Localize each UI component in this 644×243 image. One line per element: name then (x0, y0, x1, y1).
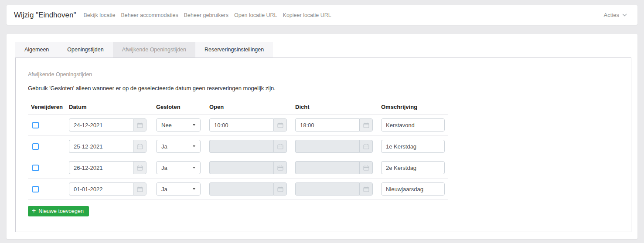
column-header-gesloten: Gesloten (156, 99, 209, 115)
main-panel: Algemeen Openingstijden Afwijkende Openi… (7, 34, 637, 239)
time-picker-button[interactable] (359, 118, 373, 132)
calendar-button[interactable] (133, 140, 147, 153)
caret-down-icon (193, 167, 195, 169)
column-header-verwijderen: Verwijderen (28, 99, 69, 115)
gesloten-value: Ja (161, 143, 167, 150)
actions-dropdown[interactable]: Acties (604, 12, 627, 18)
calendar-icon (277, 144, 283, 149)
omschrijving-input[interactable] (381, 161, 445, 174)
gesloten-value: Nee (161, 122, 172, 128)
tab-content: Afwijkende Openingstijden Gebruik 'Geslo… (15, 57, 631, 232)
calendar-button[interactable] (133, 118, 147, 132)
calendar-button[interactable] (133, 182, 147, 196)
dicht-time-input[interactable] (295, 140, 359, 153)
column-header-open: Open (209, 99, 295, 115)
delete-checkbox[interactable] (32, 143, 39, 150)
open-time-input[interactable] (209, 182, 273, 196)
omschrijving-input[interactable] (381, 182, 445, 196)
calendar-icon (137, 165, 143, 171)
chevron-down-icon (622, 14, 627, 17)
section-description: Gebruik 'Gesloten' alleen wanneer er op … (28, 85, 619, 91)
omschrijving-input[interactable] (381, 118, 445, 132)
calendar-button[interactable] (133, 161, 147, 174)
link-kopieer-locatie-url[interactable]: Kopieer locatie URL (283, 12, 331, 18)
topbar: Wijzig "Eindhoven" Bekijk locatie Beheer… (7, 5, 637, 25)
calendar-icon (277, 165, 283, 171)
calendar-icon (137, 122, 143, 128)
time-picker-button[interactable] (359, 161, 373, 174)
table-header-row: Verwijderen Datum Gesloten Open Dicht Om… (28, 99, 448, 115)
exceptions-table: Verwijderen Datum Gesloten Open Dicht Om… (28, 99, 448, 200)
add-new-button[interactable]: + Nieuwe toevoegen (28, 206, 89, 216)
calendar-icon (363, 122, 369, 128)
dicht-time-input[interactable] (295, 118, 359, 132)
gesloten-select[interactable]: Ja (156, 182, 201, 196)
column-header-dicht: Dicht (295, 99, 381, 115)
table-row: Ja (28, 136, 448, 157)
section-heading: Afwijkende Openingstijden (28, 71, 619, 78)
table-row: Nee (28, 115, 448, 136)
caret-down-icon (193, 124, 195, 126)
date-input[interactable] (69, 161, 133, 174)
page-title: Wijzig "Eindhoven" (14, 11, 76, 20)
calendar-icon (137, 186, 143, 192)
time-picker-button[interactable] (273, 161, 287, 174)
topbar-links: Bekijk locatie Beheer accommodaties Behe… (83, 12, 337, 18)
tab-reserveringsinstellingen[interactable]: Reserveringsinstellingen (195, 42, 273, 57)
calendar-icon (137, 144, 143, 149)
calendar-icon (277, 186, 283, 192)
gesloten-select[interactable]: Nee (156, 118, 201, 132)
time-picker-button[interactable] (273, 140, 287, 153)
calendar-icon (363, 144, 369, 149)
calendar-icon (277, 122, 283, 128)
tab-bar: Algemeen Openingstijden Afwijkende Openi… (15, 42, 273, 57)
calendar-icon (363, 165, 369, 171)
gesloten-select[interactable]: Ja (156, 140, 201, 153)
dicht-time-input[interactable] (295, 161, 359, 174)
calendar-icon (363, 186, 369, 192)
caret-down-icon (193, 188, 195, 190)
plus-icon: + (32, 207, 36, 214)
link-open-locatie-url[interactable]: Open locatie URL (234, 12, 277, 18)
link-bekijk-locatie[interactable]: Bekijk locatie (83, 12, 115, 18)
link-beheer-gebruikers[interactable]: Beheer gebruikers (184, 12, 228, 18)
open-time-input[interactable] (209, 118, 273, 132)
add-new-button-label: Nieuwe toevoegen (38, 208, 84, 214)
tab-openingstijden[interactable]: Openingstijden (58, 42, 112, 57)
date-input[interactable] (69, 182, 133, 196)
tab-afwijkende-openingstijden[interactable]: Afwijkende Openingstijden (113, 42, 195, 57)
dicht-time-input[interactable] (295, 182, 359, 196)
gesloten-value: Ja (161, 165, 167, 171)
column-header-datum: Datum (69, 99, 156, 115)
open-time-input[interactable] (209, 161, 273, 174)
column-header-omschrijving: Omschrijving (381, 99, 448, 115)
gesloten-value: Ja (161, 186, 167, 192)
delete-checkbox[interactable] (32, 122, 39, 128)
date-input[interactable] (69, 118, 133, 132)
open-time-input[interactable] (209, 140, 273, 153)
time-picker-button[interactable] (359, 140, 373, 153)
gesloten-select[interactable]: Ja (156, 161, 201, 174)
table-row: Ja (28, 179, 448, 200)
tab-algemeen[interactable]: Algemeen (15, 42, 58, 57)
time-picker-button[interactable] (273, 118, 287, 132)
link-beheer-accommodaties[interactable]: Beheer accommodaties (121, 12, 178, 18)
date-input[interactable] (69, 140, 133, 153)
table-row: Ja (28, 157, 448, 179)
time-picker-button[interactable] (273, 182, 287, 196)
omschrijving-input[interactable] (381, 140, 445, 153)
caret-down-icon (193, 145, 195, 147)
delete-checkbox[interactable] (32, 165, 39, 171)
delete-checkbox[interactable] (32, 186, 39, 192)
actions-label: Acties (604, 12, 619, 18)
time-picker-button[interactable] (359, 182, 373, 196)
